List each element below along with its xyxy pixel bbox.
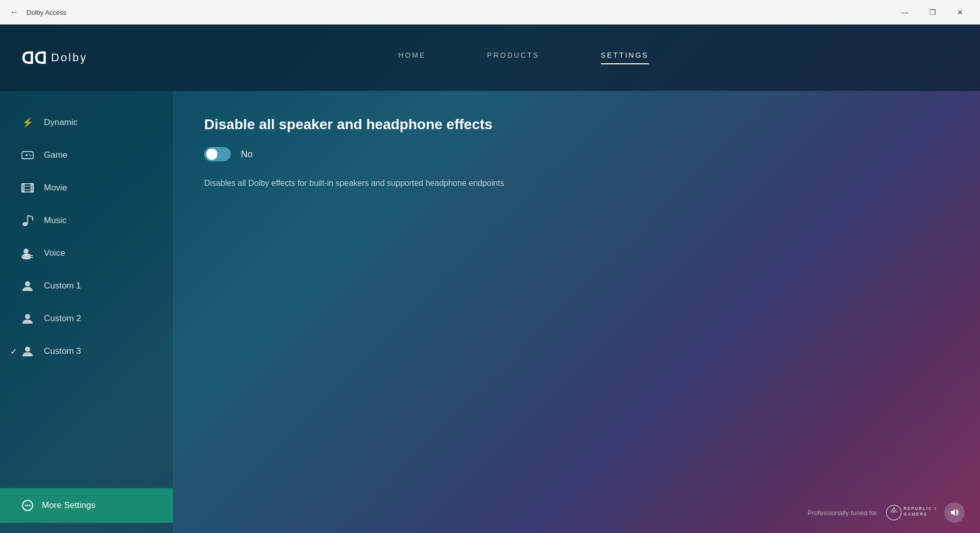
sidebar-item-movie[interactable]: Movie: [0, 172, 173, 204]
main-nav: HOME PRODUCTS SETTINGS: [87, 51, 960, 64]
sidebar-item-game[interactable]: Game: [0, 139, 173, 172]
checkmark-icon: ✓: [10, 347, 17, 356]
dolby-logo: ᗡᗡ Dolby: [20, 49, 87, 67]
game-icon: [20, 148, 35, 162]
volume-icon: [950, 508, 959, 517]
app-body: ᗡᗡ Dolby HOME PRODUCTS SETTINGS Dynamic: [0, 25, 980, 533]
sidebar-label-music: Music: [44, 215, 66, 226]
nav-settings[interactable]: SETTINGS: [601, 51, 649, 64]
svg-rect-7: [22, 184, 24, 192]
sidebar-items: Dynamic Game: [0, 101, 173, 488]
music-icon: [20, 213, 35, 228]
svg-point-22: [27, 505, 29, 506]
rog-logo-svg: REPUBLIC OF GAMERS: [885, 503, 936, 522]
sidebar-label-custom3: Custom 3: [44, 346, 81, 356]
back-button[interactable]: ←: [8, 6, 20, 19]
main-panel: Disable all speaker and headphone effect…: [174, 91, 980, 533]
custom2-icon: [20, 311, 35, 326]
dolby-logo-svg: ᗡᗡ: [20, 49, 47, 67]
svg-point-15: [23, 249, 29, 254]
footer: Professionally tuned for REPUBLIC OF GAM…: [807, 502, 965, 523]
effects-toggle[interactable]: [204, 147, 231, 161]
svg-point-17: [25, 281, 30, 286]
close-button[interactable]: ✕: [948, 4, 972, 20]
sidebar-label-dynamic: Dynamic: [44, 117, 78, 128]
restore-button[interactable]: ❐: [921, 4, 944, 20]
toggle-row: No: [204, 147, 949, 161]
svg-text:ᗡᗡ: ᗡᗡ: [21, 49, 47, 67]
tuned-for-label: Professionally tuned for: [807, 509, 877, 517]
svg-point-19: [25, 347, 30, 352]
svg-point-21: [25, 505, 27, 506]
minimize-button[interactable]: —: [893, 4, 917, 20]
app-title: Dolby Access: [27, 9, 66, 16]
svg-point-5: [30, 155, 31, 156]
custom1-icon: [20, 279, 35, 293]
titlebar: ← Dolby Access — ❐ ✕: [0, 0, 980, 25]
movie-icon: [20, 181, 35, 195]
sidebar-label-movie: Movie: [44, 183, 67, 193]
more-settings-button[interactable]: More Settings: [0, 488, 173, 523]
svg-point-4: [29, 154, 30, 155]
window-controls: — ❐ ✕: [893, 4, 972, 20]
section-title: Disable all speaker and headphone effect…: [204, 116, 949, 133]
sidebar-label-custom2: Custom 2: [44, 313, 81, 324]
sidebar-label-game: Game: [44, 150, 67, 160]
svg-marker-27: [951, 509, 955, 516]
section-description: Disables all Dolby effects for built-in …: [204, 177, 612, 190]
nav-home[interactable]: HOME: [398, 51, 426, 64]
sidebar-label-voice: Voice: [44, 248, 65, 258]
dynamic-icon: [20, 115, 35, 130]
svg-point-18: [25, 314, 30, 319]
rog-logo: REPUBLIC OF GAMERS: [885, 503, 936, 522]
toggle-state-label: No: [241, 149, 253, 160]
sidebar-item-custom1[interactable]: Custom 1: [0, 270, 173, 302]
more-settings-label: More Settings: [42, 500, 95, 511]
svg-text:GAMERS: GAMERS: [903, 512, 927, 517]
svg-rect-8: [31, 184, 33, 192]
sidebar-label-custom1: Custom 1: [44, 281, 81, 291]
sidebar-item-custom2[interactable]: Custom 2: [0, 302, 173, 335]
dolby-wordmark: Dolby: [51, 51, 87, 64]
sidebar-item-dynamic[interactable]: Dynamic: [0, 106, 173, 139]
sidebar: Dynamic Game: [0, 91, 174, 533]
sidebar-item-music[interactable]: Music: [0, 204, 173, 237]
custom3-icon: [20, 344, 35, 358]
svg-point-11: [22, 222, 28, 226]
svg-text:REPUBLIC OF: REPUBLIC OF: [903, 506, 936, 511]
sidebar-item-custom3[interactable]: ✓ Custom 3: [0, 335, 173, 368]
nav-products[interactable]: PRODUCTS: [487, 51, 540, 64]
content-area: Dynamic Game: [0, 91, 980, 533]
more-settings-icon: [20, 498, 35, 513]
sidebar-item-voice[interactable]: Voice: [0, 237, 173, 270]
svg-point-23: [29, 505, 31, 506]
svg-line-13: [28, 215, 33, 217]
volume-button[interactable]: [944, 502, 965, 523]
toggle-knob: [206, 149, 217, 160]
header: ᗡᗡ Dolby HOME PRODUCTS SETTINGS: [0, 25, 980, 91]
titlebar-left: ← Dolby Access: [8, 6, 66, 19]
voice-icon: [20, 246, 35, 260]
